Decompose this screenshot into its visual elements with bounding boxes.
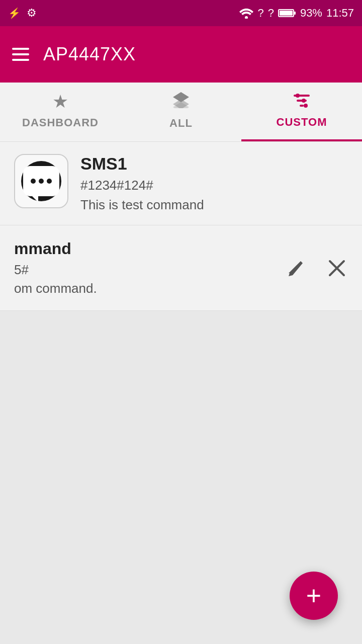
time-display: 11:57 [326, 7, 354, 20]
bug-icon: ⚙ [27, 7, 37, 20]
sms-item-code: #1234#124# [80, 178, 348, 193]
close-button[interactable] [326, 257, 348, 279]
add-button[interactable]: + [290, 572, 338, 620]
tab-custom[interactable]: CUSTOM [241, 83, 362, 141]
battery-icon [278, 8, 296, 18]
sms-item-description: This is test command [80, 197, 348, 213]
detail-description: om command. [14, 281, 255, 296]
detail-card: mmand 5# om command. [0, 225, 362, 311]
svg-point-11 [302, 99, 306, 103]
wifi-icon [239, 8, 253, 19]
help-icon2: ? [268, 7, 274, 20]
svg-point-10 [296, 94, 300, 98]
chat-bubble-shape [23, 166, 59, 196]
content-area: SMS1 #1234#124# This is test command mma… [0, 142, 362, 311]
app-title: AP4447XX [43, 44, 136, 65]
svg-rect-9 [300, 105, 304, 107]
tab-custom-label: CUSTOM [277, 116, 327, 129]
app-bar: AP4447XX [0, 26, 362, 83]
edit-button[interactable] [286, 258, 306, 278]
layers-icon [172, 90, 190, 113]
status-bar: ⚡ ⚙ ? ? 93% 11:57 [0, 0, 362, 26]
tab-all[interactable]: ALL [121, 83, 241, 141]
sms-bubble-icon [21, 161, 61, 201]
tab-dashboard-label: DASHBOARD [22, 116, 99, 129]
sms-item-info: SMS1 #1234#124# This is test command [80, 154, 348, 213]
tab-bar: ★ DASHBOARD ALL CUSTOM [0, 83, 362, 142]
sms-icon-container [14, 154, 68, 208]
tab-dashboard[interactable]: ★ DASHBOARD [0, 83, 121, 141]
sms-item-card[interactable]: SMS1 #1234#124# This is test command [0, 142, 362, 225]
hamburger-menu-button[interactable] [12, 48, 29, 61]
svg-rect-3 [280, 11, 293, 16]
chat-bubble-dots [31, 179, 52, 184]
svg-rect-2 [294, 12, 296, 15]
help-icon1: ? [257, 7, 263, 20]
plus-icon: + [306, 583, 321, 609]
battery-percent: 93% [300, 7, 322, 20]
sms-item-name: SMS1 [80, 154, 348, 174]
close-icon [326, 257, 348, 279]
detail-code: 5# [14, 262, 255, 278]
detail-title: mmand [14, 239, 255, 258]
filter-icon [293, 92, 311, 112]
svg-point-0 [245, 16, 248, 19]
star-icon: ★ [52, 91, 68, 112]
edit-icon [286, 258, 306, 278]
usb-icon: ⚡ [8, 7, 21, 19]
status-bar-left: ⚡ ⚙ [8, 7, 37, 20]
svg-point-12 [304, 104, 308, 108]
tab-all-label: ALL [169, 117, 193, 130]
status-bar-right: ? ? 93% 11:57 [239, 7, 354, 20]
detail-actions [286, 257, 348, 279]
